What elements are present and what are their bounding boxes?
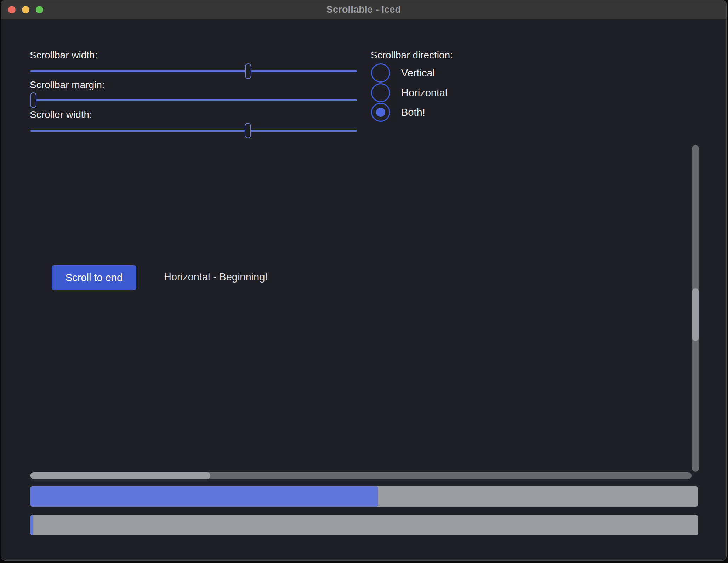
app-window: Scrollable - Iced Scrollbar width: Scrol… (1, 0, 727, 561)
scroll-status-text: Horizontal - Beginning! (164, 271, 268, 283)
progress-bar-x (30, 486, 698, 507)
progress-fill (30, 486, 378, 507)
radio-circle-icon[interactable] (371, 103, 390, 122)
scrollbar-width-label: Scrollbar width: (30, 49, 97, 61)
scroll-to-end-button[interactable]: Scroll to end (52, 265, 136, 290)
zoom-button[interactable] (36, 6, 43, 13)
radio-label: Vertical (401, 67, 435, 79)
slider-handle[interactable] (245, 63, 251, 79)
radio-option-both[interactable]: Both! (371, 103, 425, 122)
minimize-button[interactable] (22, 6, 29, 13)
scrollbar-width-slider[interactable] (30, 63, 357, 79)
slider-handle[interactable] (245, 123, 251, 138)
radio-dot-icon (376, 108, 385, 117)
radio-label: Both! (401, 107, 425, 118)
scroller-width-slider[interactable] (30, 123, 357, 138)
vertical-scrollbar[interactable] (692, 145, 699, 472)
slider-track[interactable] (30, 70, 357, 72)
vertical-scroller[interactable] (692, 288, 699, 341)
slider-track[interactable] (30, 99, 357, 101)
close-button[interactable] (8, 6, 16, 13)
radio-option-horizontal[interactable]: Horizontal (371, 83, 448, 102)
scrollbar-margin-slider[interactable] (30, 92, 357, 108)
scroller-width-label: Scroller width: (30, 109, 92, 121)
progress-bar-y (30, 515, 698, 535)
radio-circle-icon[interactable] (371, 83, 390, 102)
window-title: Scrollable - Iced (326, 4, 401, 15)
progress-fill (30, 515, 33, 535)
radio-label: Horizontal (401, 87, 448, 99)
scrollbar-direction-label: Scrollbar direction: (371, 49, 453, 61)
radio-circle-icon[interactable] (371, 63, 390, 83)
titlebar: Scrollable - Iced (1, 0, 726, 19)
horizontal-scroller[interactable] (30, 472, 210, 479)
radio-option-vertical[interactable]: Vertical (371, 63, 435, 83)
slider-handle[interactable] (30, 92, 36, 108)
horizontal-scrollbar[interactable] (30, 472, 692, 479)
slider-track[interactable] (30, 130, 357, 132)
scrollbar-margin-label: Scrollbar margin: (30, 79, 105, 91)
